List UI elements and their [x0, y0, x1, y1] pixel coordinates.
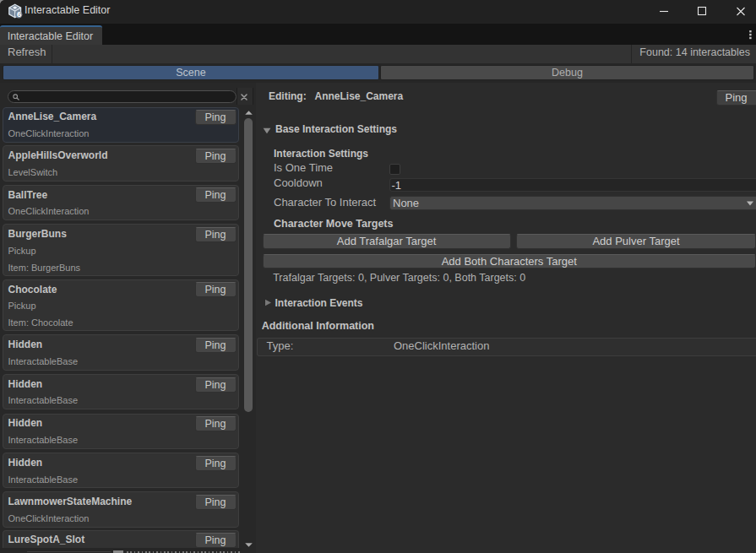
svg-text:6: 6 — [17, 9, 21, 19]
